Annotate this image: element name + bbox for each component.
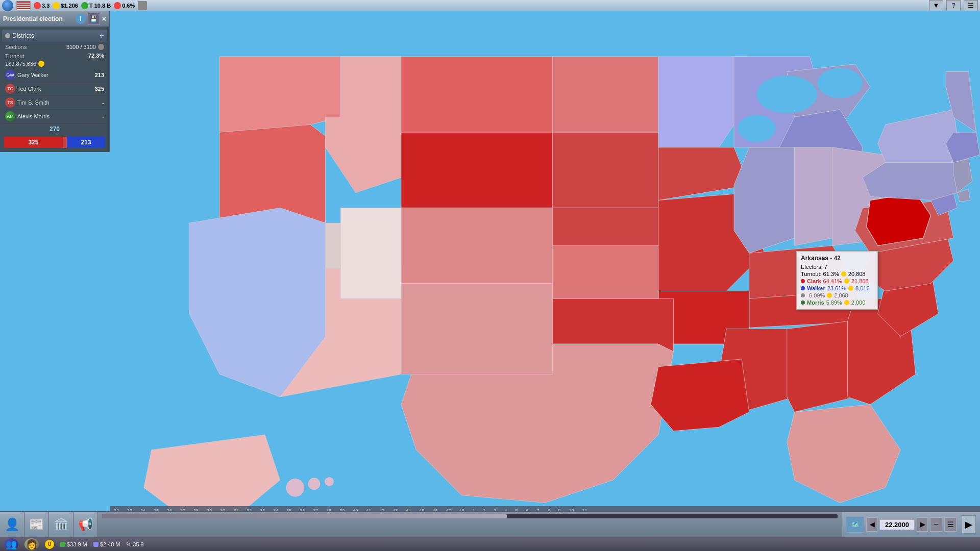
fast-forward-button[interactable]: ▶ [962, 515, 976, 534]
sections-icon [98, 44, 104, 50]
candidate-name-clark: Ted Clark [17, 86, 93, 92]
newspaper-button[interactable]: 📰 [24, 512, 49, 537]
candidate-name-morris: Alexis Morris [17, 113, 100, 119]
svg-marker-37 [867, 193, 931, 246]
svg-marker-28 [340, 208, 401, 298]
svg-marker-25 [401, 284, 552, 374]
sections-row: Sections 3100 / 3100 [2, 43, 107, 51]
advisor-avatar: 👩 [24, 538, 39, 550]
filter-button[interactable]: ▼ [929, 0, 943, 11]
money-stat-1: $33.9 M [60, 541, 87, 547]
election-panel: Presidential election i 💾 × Districts + … [0, 11, 110, 152]
panel-title: Presidential election [3, 15, 63, 22]
map-area[interactable]: Arkansas - 42 Electors: 7 Turnout: 61.3%… [110, 11, 980, 525]
bottom-status-bar: 👥 👩 0 $33.9 M $2.40 M % 35.9 [0, 537, 980, 551]
svg-point-47 [817, 68, 863, 98]
walker-dot [801, 286, 805, 290]
speaker-button[interactable]: 📢 [74, 512, 98, 537]
candidate-votes-walker: 213 [95, 72, 104, 78]
date-display: 22.2000 [879, 519, 915, 530]
next-button[interactable]: ▶ [917, 517, 928, 532]
candidate-row[interactable]: TC Ted Clark 325 [2, 82, 107, 96]
player-avatar: 👥 [4, 538, 18, 550]
coin-icon [844, 279, 849, 284]
svg-marker-43 [953, 159, 972, 193]
vote-bar-red: 325 [4, 137, 63, 148]
coin-count: 0 [45, 540, 54, 549]
tooltip-clark: Clark 64.41% 21,868 [801, 278, 873, 285]
coin-icon [53, 2, 60, 9]
timeline-area [98, 512, 842, 537]
svg-marker-7 [401, 132, 552, 208]
svg-marker-9 [552, 208, 673, 245]
candidate-row[interactable]: AM Alexis Morris - [2, 110, 107, 123]
top-bar: 3.3 $1.206 T 10.8 B 0.6% ▼ ? ☰ [0, 0, 980, 11]
svg-marker-8 [401, 208, 552, 283]
coin-icon [841, 271, 846, 277]
map-tooltip: Arkansas - 42 Electors: 7 Turnout: 61.3%… [796, 251, 878, 310]
map-view-button[interactable]: 🗺️ [846, 516, 864, 533]
svg-marker-17 [734, 147, 795, 254]
menu-button[interactable]: ☰ [964, 0, 978, 11]
candidates-list: GW Gary Walker 213 TC Ted Clark 325 TS T… [2, 68, 107, 123]
close-button[interactable]: × [102, 15, 106, 23]
coin-icon [38, 61, 44, 67]
districts-label: Districts [12, 32, 100, 39]
tooltip-electors: Electors: 7 [801, 263, 873, 270]
approval-stat: 3.3 [34, 2, 50, 9]
save-button[interactable]: 💾 [88, 13, 100, 25]
panel-content: Districts + Sections 3100 / 3100 Turnout… [0, 27, 109, 152]
bank-button[interactable]: 🏛️ [49, 512, 74, 537]
money-stat-2: $2.40 M [93, 541, 120, 547]
people-button[interactable]: 👤 [0, 512, 24, 537]
svg-marker-18 [795, 147, 832, 246]
warning-stat: 0.6% [114, 2, 135, 9]
candidate-row[interactable]: GW Gary Walker 213 [2, 68, 107, 82]
tooltip-smith: 6.09% 2,068 [801, 292, 873, 299]
prev-button[interactable]: ◀ [866, 517, 877, 532]
svg-point-46 [757, 76, 818, 113]
turnout-value: 72.3% [88, 53, 104, 59]
turnout-count: 189,875,636 [5, 60, 104, 67]
tooltip-title: Arkansas - 42 [801, 255, 873, 262]
bank-icon [138, 1, 147, 10]
coin-icon [827, 293, 832, 298]
clark-dot [801, 279, 805, 283]
tree-icon [81, 2, 88, 9]
tooltip-walker: Walker 23.61% 8,016 [801, 285, 873, 292]
sections-label: Sections [5, 44, 66, 50]
svg-marker-6 [552, 132, 658, 208]
sections-value: 3100 / 3100 [66, 44, 96, 50]
svg-marker-23 [552, 298, 673, 352]
info-button[interactable]: i [76, 14, 86, 24]
list-view-button[interactable]: ☰ [944, 517, 957, 532]
heart-icon [34, 2, 41, 9]
globe-icon[interactable] [2, 0, 13, 11]
candidate-avatar-smith: TS [5, 97, 15, 108]
smith-dot [801, 293, 805, 297]
svg-marker-10 [552, 246, 673, 299]
candidate-name-smith: Tim S. Smith [17, 99, 100, 106]
svg-marker-5 [552, 57, 658, 132]
add-district-button[interactable]: + [100, 31, 104, 40]
panel-title-bar: Presidential election i 💾 × [0, 11, 109, 27]
threshold-display: 270 [2, 123, 107, 135]
candidate-row[interactable]: TS Tim S. Smith - [2, 96, 107, 110]
tooltip-turnout: Turnout: 61.3% 20,808 [801, 270, 873, 278]
flag-icon [16, 1, 31, 10]
vote-bar: 325 213 [4, 137, 105, 148]
bottom-right-controls: 🗺️ ◀ 22.2000 ▶ − ☰ ▶ [842, 515, 980, 534]
vote-bar-blue: 213 [67, 137, 105, 148]
districts-icon [5, 33, 10, 38]
bottom-toolbar: 👤 📰 🏛️ 📢 🗺️ ◀ 22.2000 ▶ − ☰ ▶ [0, 511, 980, 537]
districts-row[interactable]: Districts + [2, 30, 107, 42]
svg-point-50 [286, 479, 305, 497]
money-icon [60, 542, 65, 547]
candidate-votes-clark: 325 [95, 86, 104, 92]
help-button[interactable]: ? [946, 0, 961, 11]
zoom-out-button[interactable]: − [930, 517, 942, 532]
svg-marker-31 [787, 321, 855, 412]
candidate-avatar-morris: AM [5, 111, 15, 121]
coin-icon [844, 300, 849, 305]
morris-dot [801, 300, 805, 305]
